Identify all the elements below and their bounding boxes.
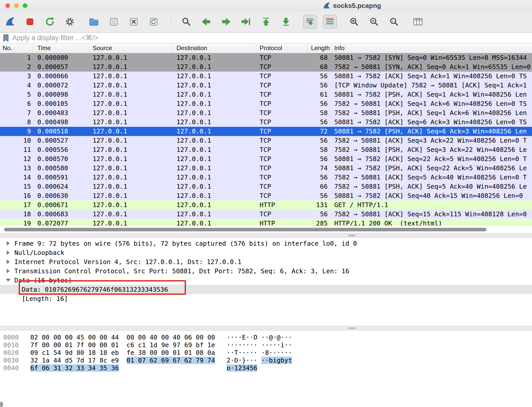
close-window-button[interactable] bbox=[5, 3, 10, 8]
detail-row-4[interactable]: Data (16 bytes) bbox=[0, 276, 532, 285]
go-previous-button[interactable] bbox=[199, 15, 213, 29]
column-header-info[interactable]: Info bbox=[332, 43, 532, 53]
detail-row-5[interactable]: Data: 01076269676279746f06313233343536 bbox=[0, 285, 532, 294]
hex-gap bbox=[257, 341, 261, 349]
packet-row-11[interactable]: 110.000556127.0.0.1127.0.0.1TCP587582 → … bbox=[0, 145, 532, 154]
packet-row-10[interactable]: 100.000527127.0.0.1127.0.0.1TCP567582 → … bbox=[0, 136, 532, 145]
column-header-destination[interactable]: Destination bbox=[173, 43, 256, 53]
column-header-time[interactable]: Time bbox=[33, 43, 89, 53]
packet-row-1[interactable]: 10.000000127.0.0.1127.0.0.1TCP6850881 → … bbox=[0, 53, 532, 62]
detail-hex-splitter[interactable] bbox=[0, 326, 532, 331]
column-header-protocol[interactable]: Protocol bbox=[256, 43, 308, 53]
packet-row-4[interactable]: 40.000072127.0.0.1127.0.0.1TCP56[TCP Win… bbox=[0, 81, 532, 90]
expand-arrow-icon[interactable] bbox=[7, 269, 10, 273]
close-file-button[interactable] bbox=[127, 15, 141, 29]
go-to-packet-button[interactable] bbox=[239, 15, 253, 29]
packet-list-hscroll-track bbox=[0, 226, 532, 233]
packet-cell-info: 7582 → 50881 [SYN, ACK] Seq=0 Ack=1 Win=… bbox=[332, 62, 532, 72]
collapse-arrow-icon[interactable] bbox=[6, 279, 10, 282]
hex-gap bbox=[19, 341, 30, 349]
hex-gap bbox=[215, 334, 227, 341]
detail-row-1[interactable]: Null/Loopback bbox=[0, 248, 532, 257]
hex-row-0020[interactable]: 0020 09 c1 54 9d 80 18 18 eb fe 38 00 00… bbox=[3, 349, 532, 357]
reload-file-button[interactable] bbox=[147, 15, 161, 29]
detail-row-2[interactable]: Internet Protocol Version 4, Src: 127.0.… bbox=[0, 257, 532, 266]
detail-row-6[interactable]: [Length: 16] bbox=[0, 294, 532, 303]
packet-row-13[interactable]: 130.000580127.0.0.1127.0.0.1TCP7450881 →… bbox=[0, 164, 532, 173]
hex-scrollbar-stub[interactable] bbox=[0, 402, 3, 407]
expand-arrow-icon[interactable] bbox=[7, 259, 10, 264]
packet-cell-len: 131 bbox=[308, 200, 332, 210]
auto-scroll-button[interactable] bbox=[303, 15, 317, 29]
hex-row-0030[interactable]: 0030 32 1a 44 d5 7d 17 8c e9 01 07 62 69… bbox=[3, 357, 532, 364]
packet-row-8[interactable]: 80.000498127.0.0.1127.0.0.1TCP5650881 → … bbox=[0, 118, 532, 127]
go-first-button[interactable] bbox=[259, 15, 273, 29]
list-detail-splitter[interactable] bbox=[0, 233, 532, 238]
column-header-length[interactable]: Length bbox=[308, 43, 332, 53]
packet-row-15[interactable]: 150.000624127.0.0.1127.0.0.1TCP667582 → … bbox=[0, 182, 532, 191]
expand-arrow-icon[interactable] bbox=[7, 241, 10, 246]
packet-row-12[interactable]: 120.000570127.0.0.1127.0.0.1TCP5650881 →… bbox=[0, 154, 532, 164]
detail-row-0[interactable]: Frame 9: 72 bytes on wire (576 bits), 72… bbox=[0, 239, 532, 248]
packet-row-16[interactable]: 160.000630127.0.0.1127.0.0.1TCP5650881 →… bbox=[0, 191, 532, 200]
packet-cell-no: 11 bbox=[0, 145, 33, 154]
arrow-top-icon bbox=[261, 17, 271, 27]
hex-row-0000[interactable]: 0000 02 00 00 00 45 00 00 44 00 00 40 00… bbox=[3, 334, 532, 341]
hex-ascii-left: o·123456 bbox=[227, 364, 257, 372]
packet-cell-src: 127.0.0.1 bbox=[89, 118, 173, 127]
packet-row-18[interactable]: 180.000683127.0.0.1127.0.0.1TCP567582 → … bbox=[0, 210, 532, 219]
zoom-out-button[interactable] bbox=[367, 15, 381, 29]
zoom-window-button[interactable] bbox=[23, 3, 27, 8]
save-file-button[interactable] bbox=[107, 15, 121, 29]
expand-arrow-icon[interactable] bbox=[7, 250, 10, 255]
hex-offset: 0030 bbox=[3, 357, 19, 364]
search-icon bbox=[181, 17, 191, 27]
svg-text:1:1: 1:1 bbox=[392, 20, 396, 22]
start-capture-button[interactable] bbox=[3, 15, 17, 29]
column-header-source[interactable]: Source bbox=[89, 43, 173, 53]
packet-cell-src: 127.0.0.1 bbox=[89, 108, 173, 118]
resize-columns-button[interactable] bbox=[411, 15, 425, 29]
packet-cell-dst: 127.0.0.1 bbox=[173, 127, 256, 136]
hex-row-0040[interactable]: 0040 6f 06 31 32 33 34 35 36 o·123456 bbox=[3, 364, 532, 372]
packet-list-hscroll-thumb[interactable] bbox=[4, 228, 486, 231]
packet-cell-src: 127.0.0.1 bbox=[89, 127, 173, 136]
detail-row-3[interactable]: Transmission Control Protocol, Src Port:… bbox=[0, 266, 532, 276]
zoom-in-button[interactable] bbox=[347, 15, 361, 29]
packet-cell-src: 127.0.0.1 bbox=[89, 99, 173, 108]
restart-capture-button[interactable] bbox=[43, 15, 57, 29]
packet-row-7[interactable]: 70.000483127.0.0.1127.0.0.1TCP587582 → 5… bbox=[0, 108, 532, 118]
packet-row-9[interactable]: 90.000518127.0.0.1127.0.0.1TCP7250881 → … bbox=[0, 127, 532, 136]
go-last-button[interactable] bbox=[279, 15, 293, 29]
go-next-button[interactable] bbox=[219, 15, 233, 29]
packet-detail-pane: Frame 9: 72 bytes on wire (576 bits), 72… bbox=[0, 238, 532, 326]
column-header-no[interactable]: No. bbox=[0, 43, 33, 53]
detail-rows: Frame 9: 72 bytes on wire (576 bits), 72… bbox=[0, 239, 532, 303]
open-file-button[interactable] bbox=[87, 15, 101, 29]
packet-cell-len: 66 bbox=[308, 182, 332, 191]
packet-cell-info: 50881 → 7582 [ACK] Seq=6 Ack=3 Win=40825… bbox=[332, 118, 532, 127]
packet-row-3[interactable]: 30.000066127.0.0.1127.0.0.1TCP5650881 → … bbox=[0, 72, 532, 81]
packet-cell-no: 15 bbox=[0, 182, 33, 191]
packet-cell-proto: TCP bbox=[256, 173, 308, 182]
packet-cell-info: 50881 → 7582 [ACK] Seq=1 Ack=1 Win=40825… bbox=[332, 72, 532, 81]
packet-row-17[interactable]: 170.000671127.0.0.1127.0.0.1HTTP131GET /… bbox=[0, 200, 532, 210]
capture-options-button[interactable] bbox=[63, 15, 77, 29]
packet-row-19[interactable]: 190.072077127.0.0.1127.0.0.1HTTP285HTTP/… bbox=[0, 219, 532, 226]
find-packet-button[interactable] bbox=[179, 15, 193, 29]
packet-row-6[interactable]: 60.000105127.0.0.1127.0.0.1TCP567582 → 5… bbox=[0, 99, 532, 108]
packet-row-5[interactable]: 50.000098127.0.0.1127.0.0.1TCP6150881 → … bbox=[0, 90, 532, 99]
packet-cell-info: 50881 → 7582 [PSH, ACK] Seq=22 Ack=5 Win… bbox=[332, 164, 532, 173]
packet-cell-info: 50881 → 7582 [PSH, ACK] Seq=6 Ack=3 Win=… bbox=[332, 127, 532, 136]
packet-row-2[interactable]: 20.000057127.0.0.1127.0.0.1TCP687582 → 5… bbox=[0, 62, 532, 72]
zoom-reset-button[interactable]: 1:1 bbox=[387, 15, 401, 29]
hex-row-0010[interactable]: 0010 7f 00 00 01 7f 00 00 01 c6 c1 1d 9e… bbox=[3, 341, 532, 349]
packet-row-14[interactable]: 140.000591127.0.0.1127.0.0.1TCP567582 → … bbox=[0, 173, 532, 182]
stop-capture-button[interactable] bbox=[23, 15, 37, 29]
display-filter-input[interactable] bbox=[12, 34, 532, 42]
packet-cell-src: 127.0.0.1 bbox=[89, 145, 173, 154]
minimize-window-button[interactable] bbox=[14, 3, 19, 8]
bookmark-icon[interactable] bbox=[3, 34, 9, 42]
packet-cell-no: 2 bbox=[0, 62, 33, 72]
colorize-button[interactable] bbox=[323, 15, 337, 29]
